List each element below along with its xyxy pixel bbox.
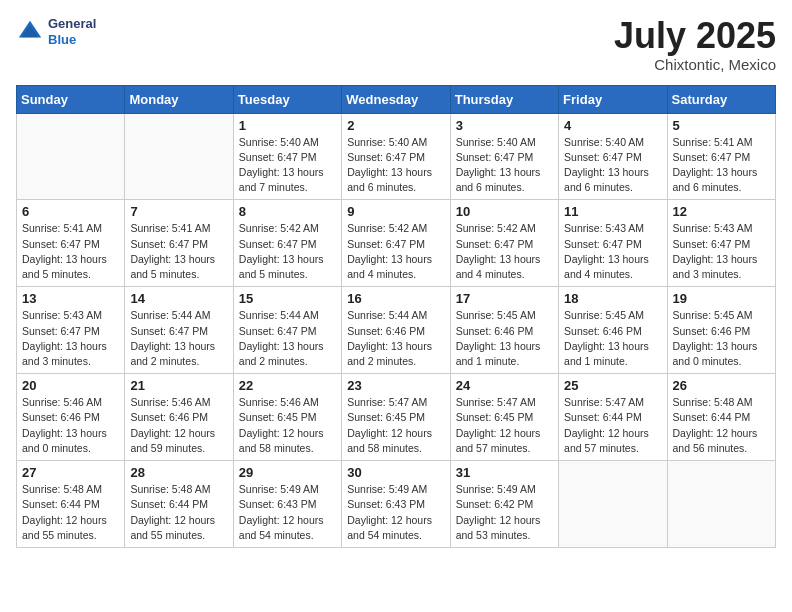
calendar-cell: 7Sunrise: 5:41 AM Sunset: 6:47 PM Daylig… bbox=[125, 200, 233, 287]
day-info: Sunrise: 5:49 AM Sunset: 6:42 PM Dayligh… bbox=[456, 482, 553, 543]
day-number: 2 bbox=[347, 118, 444, 133]
day-info: Sunrise: 5:48 AM Sunset: 6:44 PM Dayligh… bbox=[673, 395, 770, 456]
day-number: 22 bbox=[239, 378, 336, 393]
day-info: Sunrise: 5:41 AM Sunset: 6:47 PM Dayligh… bbox=[22, 221, 119, 282]
logo-icon bbox=[16, 18, 44, 46]
month-title: July 2025 bbox=[614, 16, 776, 56]
day-info: Sunrise: 5:47 AM Sunset: 6:44 PM Dayligh… bbox=[564, 395, 661, 456]
weekday-header: Thursday bbox=[450, 85, 558, 113]
calendar-cell: 17Sunrise: 5:45 AM Sunset: 6:46 PM Dayli… bbox=[450, 287, 558, 374]
day-number: 21 bbox=[130, 378, 227, 393]
day-number: 8 bbox=[239, 204, 336, 219]
calendar-cell: 30Sunrise: 5:49 AM Sunset: 6:43 PM Dayli… bbox=[342, 461, 450, 548]
day-info: Sunrise: 5:42 AM Sunset: 6:47 PM Dayligh… bbox=[347, 221, 444, 282]
day-info: Sunrise: 5:40 AM Sunset: 6:47 PM Dayligh… bbox=[564, 135, 661, 196]
calendar-cell: 31Sunrise: 5:49 AM Sunset: 6:42 PM Dayli… bbox=[450, 461, 558, 548]
day-number: 28 bbox=[130, 465, 227, 480]
day-info: Sunrise: 5:47 AM Sunset: 6:45 PM Dayligh… bbox=[456, 395, 553, 456]
logo-blue: Blue bbox=[48, 32, 96, 48]
day-number: 11 bbox=[564, 204, 661, 219]
calendar-cell: 6Sunrise: 5:41 AM Sunset: 6:47 PM Daylig… bbox=[17, 200, 125, 287]
day-info: Sunrise: 5:43 AM Sunset: 6:47 PM Dayligh… bbox=[22, 308, 119, 369]
day-info: Sunrise: 5:45 AM Sunset: 6:46 PM Dayligh… bbox=[456, 308, 553, 369]
day-info: Sunrise: 5:40 AM Sunset: 6:47 PM Dayligh… bbox=[239, 135, 336, 196]
day-number: 10 bbox=[456, 204, 553, 219]
weekday-header: Saturday bbox=[667, 85, 775, 113]
day-number: 1 bbox=[239, 118, 336, 133]
calendar-cell: 23Sunrise: 5:47 AM Sunset: 6:45 PM Dayli… bbox=[342, 374, 450, 461]
location: Chixtontic, Mexico bbox=[614, 56, 776, 73]
day-info: Sunrise: 5:45 AM Sunset: 6:46 PM Dayligh… bbox=[673, 308, 770, 369]
day-number: 23 bbox=[347, 378, 444, 393]
calendar-week-row: 20Sunrise: 5:46 AM Sunset: 6:46 PM Dayli… bbox=[17, 374, 776, 461]
day-info: Sunrise: 5:46 AM Sunset: 6:46 PM Dayligh… bbox=[130, 395, 227, 456]
day-info: Sunrise: 5:40 AM Sunset: 6:47 PM Dayligh… bbox=[456, 135, 553, 196]
calendar-cell bbox=[125, 113, 233, 200]
day-number: 12 bbox=[673, 204, 770, 219]
calendar-cell: 10Sunrise: 5:42 AM Sunset: 6:47 PM Dayli… bbox=[450, 200, 558, 287]
day-number: 13 bbox=[22, 291, 119, 306]
calendar-table: SundayMondayTuesdayWednesdayThursdayFrid… bbox=[16, 85, 776, 548]
calendar-cell: 28Sunrise: 5:48 AM Sunset: 6:44 PM Dayli… bbox=[125, 461, 233, 548]
calendar-week-row: 13Sunrise: 5:43 AM Sunset: 6:47 PM Dayli… bbox=[17, 287, 776, 374]
day-number: 5 bbox=[673, 118, 770, 133]
day-info: Sunrise: 5:45 AM Sunset: 6:46 PM Dayligh… bbox=[564, 308, 661, 369]
page-header: General Blue July 2025 Chixtontic, Mexic… bbox=[16, 16, 776, 73]
calendar-week-row: 6Sunrise: 5:41 AM Sunset: 6:47 PM Daylig… bbox=[17, 200, 776, 287]
calendar-week-row: 1Sunrise: 5:40 AM Sunset: 6:47 PM Daylig… bbox=[17, 113, 776, 200]
day-number: 3 bbox=[456, 118, 553, 133]
calendar-cell: 9Sunrise: 5:42 AM Sunset: 6:47 PM Daylig… bbox=[342, 200, 450, 287]
day-info: Sunrise: 5:41 AM Sunset: 6:47 PM Dayligh… bbox=[673, 135, 770, 196]
weekday-header: Monday bbox=[125, 85, 233, 113]
day-number: 16 bbox=[347, 291, 444, 306]
day-number: 19 bbox=[673, 291, 770, 306]
calendar-cell: 8Sunrise: 5:42 AM Sunset: 6:47 PM Daylig… bbox=[233, 200, 341, 287]
day-info: Sunrise: 5:48 AM Sunset: 6:44 PM Dayligh… bbox=[130, 482, 227, 543]
calendar-cell bbox=[667, 461, 775, 548]
logo-general: General bbox=[48, 16, 96, 32]
calendar-cell: 29Sunrise: 5:49 AM Sunset: 6:43 PM Dayli… bbox=[233, 461, 341, 548]
calendar-cell: 2Sunrise: 5:40 AM Sunset: 6:47 PM Daylig… bbox=[342, 113, 450, 200]
day-number: 29 bbox=[239, 465, 336, 480]
day-info: Sunrise: 5:49 AM Sunset: 6:43 PM Dayligh… bbox=[347, 482, 444, 543]
day-number: 20 bbox=[22, 378, 119, 393]
day-number: 18 bbox=[564, 291, 661, 306]
calendar-cell: 14Sunrise: 5:44 AM Sunset: 6:47 PM Dayli… bbox=[125, 287, 233, 374]
day-number: 6 bbox=[22, 204, 119, 219]
day-info: Sunrise: 5:49 AM Sunset: 6:43 PM Dayligh… bbox=[239, 482, 336, 543]
day-info: Sunrise: 5:43 AM Sunset: 6:47 PM Dayligh… bbox=[564, 221, 661, 282]
day-number: 31 bbox=[456, 465, 553, 480]
day-number: 9 bbox=[347, 204, 444, 219]
weekday-header: Friday bbox=[559, 85, 667, 113]
calendar-cell: 18Sunrise: 5:45 AM Sunset: 6:46 PM Dayli… bbox=[559, 287, 667, 374]
day-number: 7 bbox=[130, 204, 227, 219]
day-number: 14 bbox=[130, 291, 227, 306]
day-number: 25 bbox=[564, 378, 661, 393]
calendar-cell: 5Sunrise: 5:41 AM Sunset: 6:47 PM Daylig… bbox=[667, 113, 775, 200]
calendar-cell bbox=[17, 113, 125, 200]
calendar-cell: 11Sunrise: 5:43 AM Sunset: 6:47 PM Dayli… bbox=[559, 200, 667, 287]
calendar-week-row: 27Sunrise: 5:48 AM Sunset: 6:44 PM Dayli… bbox=[17, 461, 776, 548]
day-info: Sunrise: 5:43 AM Sunset: 6:47 PM Dayligh… bbox=[673, 221, 770, 282]
title-block: July 2025 Chixtontic, Mexico bbox=[614, 16, 776, 73]
calendar-cell: 20Sunrise: 5:46 AM Sunset: 6:46 PM Dayli… bbox=[17, 374, 125, 461]
day-info: Sunrise: 5:47 AM Sunset: 6:45 PM Dayligh… bbox=[347, 395, 444, 456]
day-info: Sunrise: 5:46 AM Sunset: 6:46 PM Dayligh… bbox=[22, 395, 119, 456]
logo-text: General Blue bbox=[48, 16, 96, 47]
day-number: 26 bbox=[673, 378, 770, 393]
day-info: Sunrise: 5:42 AM Sunset: 6:47 PM Dayligh… bbox=[456, 221, 553, 282]
calendar-cell: 22Sunrise: 5:46 AM Sunset: 6:45 PM Dayli… bbox=[233, 374, 341, 461]
day-number: 4 bbox=[564, 118, 661, 133]
weekday-header: Sunday bbox=[17, 85, 125, 113]
day-number: 17 bbox=[456, 291, 553, 306]
day-info: Sunrise: 5:46 AM Sunset: 6:45 PM Dayligh… bbox=[239, 395, 336, 456]
calendar-cell: 19Sunrise: 5:45 AM Sunset: 6:46 PM Dayli… bbox=[667, 287, 775, 374]
calendar-cell: 13Sunrise: 5:43 AM Sunset: 6:47 PM Dayli… bbox=[17, 287, 125, 374]
calendar-cell bbox=[559, 461, 667, 548]
calendar-cell: 26Sunrise: 5:48 AM Sunset: 6:44 PM Dayli… bbox=[667, 374, 775, 461]
calendar-cell: 15Sunrise: 5:44 AM Sunset: 6:47 PM Dayli… bbox=[233, 287, 341, 374]
weekday-header: Wednesday bbox=[342, 85, 450, 113]
calendar-cell: 25Sunrise: 5:47 AM Sunset: 6:44 PM Dayli… bbox=[559, 374, 667, 461]
day-number: 30 bbox=[347, 465, 444, 480]
calendar-cell: 16Sunrise: 5:44 AM Sunset: 6:46 PM Dayli… bbox=[342, 287, 450, 374]
